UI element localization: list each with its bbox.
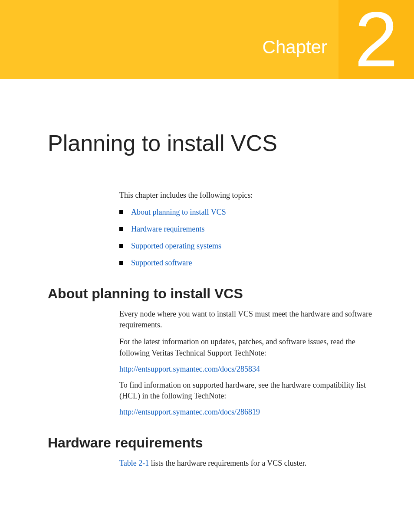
list-item: Hardware requirements: [119, 225, 384, 234]
list-item: Supported software: [119, 258, 384, 268]
section-heading-about: About planning to install VCS: [48, 286, 384, 302]
topic-link-software[interactable]: Supported software: [131, 258, 192, 268]
chapter-header-banner: Chapter 2: [0, 0, 414, 79]
topic-list: About planning to install VCS Hardware r…: [119, 208, 384, 268]
about-p1: Every node where you want to install VCS…: [119, 309, 384, 330]
topic-link-os[interactable]: Supported operating systems: [131, 242, 221, 251]
topic-link-hardware[interactable]: Hardware requirements: [131, 225, 204, 234]
hardware-p1-rest: lists the hardware requirements for a VC…: [149, 459, 306, 467]
table-ref-link[interactable]: Table 2-1: [119, 459, 149, 467]
list-item: Supported operating systems: [119, 242, 384, 251]
chapter-number-box: 2: [338, 0, 414, 79]
about-p2: For the latest information on updates, p…: [119, 336, 384, 358]
chapter-number: 2: [355, 0, 398, 78]
list-item: About planning to install VCS: [119, 208, 384, 217]
chapter-label: Chapter: [263, 37, 327, 58]
page-content: Planning to install VCS This chapter inc…: [0, 130, 414, 469]
technote-link-2[interactable]: http://entsupport.symantec.com/docs/2868…: [119, 408, 384, 417]
bullet-icon: [119, 210, 123, 214]
section-heading-hardware: Hardware requirements: [48, 435, 384, 451]
bullet-icon: [119, 227, 123, 231]
hardware-body: Table 2-1 lists the hardware requirement…: [119, 458, 384, 469]
about-body: Every node where you want to install VCS…: [119, 309, 384, 417]
bullet-icon: [119, 261, 123, 265]
topic-link-about[interactable]: About planning to install VCS: [131, 208, 226, 217]
technote-link-1[interactable]: http://entsupport.symantec.com/docs/2858…: [119, 365, 384, 374]
hardware-p1: Table 2-1 lists the hardware requirement…: [119, 458, 384, 469]
page-title: Planning to install VCS: [48, 130, 384, 156]
bullet-icon: [119, 244, 123, 248]
intro-text: This chapter includes the following topi…: [119, 191, 384, 200]
about-p3: To find information on supported hardwar…: [119, 380, 384, 401]
topics-block: This chapter includes the following topi…: [119, 191, 384, 268]
